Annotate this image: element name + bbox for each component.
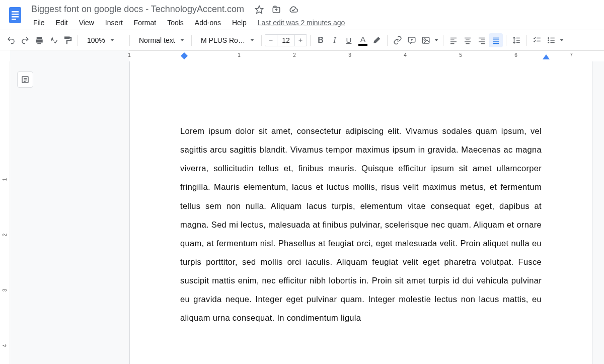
menu-addons[interactable]: Add-ons <box>190 17 226 29</box>
svg-rect-39 <box>550 37 554 38</box>
zoom-value: 100% <box>87 36 105 44</box>
spellcheck-button[interactable] <box>46 33 60 47</box>
line-spacing-button[interactable] <box>509 33 523 47</box>
checklist-button[interactable] <box>530 33 544 47</box>
ruler-h-number: 5 <box>459 52 462 58</box>
docs-logo[interactable] <box>6 3 24 27</box>
ruler-h-number: 6 <box>514 52 517 58</box>
font-size-stepper <box>265 34 307 46</box>
document-title[interactable]: Biggest font on google docs - Technology… <box>28 3 247 16</box>
ruler-h-number: 4 <box>404 52 407 58</box>
zoom-select[interactable]: 100% <box>81 33 126 47</box>
body-paragraph[interactable]: Lorem ipsum dolor sit amet, consectetur … <box>180 122 542 327</box>
document-outline-button[interactable] <box>17 71 33 88</box>
italic-button[interactable]: I <box>328 33 342 47</box>
ruler-h-number: 1 <box>238 52 241 58</box>
svg-rect-2 <box>12 14 19 15</box>
menu-help[interactable]: Help <box>227 17 252 29</box>
svg-rect-41 <box>550 42 554 43</box>
svg-marker-42 <box>181 52 188 59</box>
left-indent-marker[interactable] <box>181 52 188 59</box>
undo-button[interactable] <box>4 33 18 47</box>
underline-button[interactable]: U <box>342 33 356 47</box>
align-center-button[interactable] <box>461 33 475 47</box>
star-icon[interactable] <box>254 5 264 15</box>
paragraph-style-value: Normal text <box>139 36 175 44</box>
font-family-select[interactable]: M PLUS Ro… <box>195 33 258 47</box>
font-size-decrease-button[interactable] <box>265 34 277 46</box>
svg-point-38 <box>548 42 549 43</box>
align-right-button[interactable] <box>475 33 489 47</box>
horizontal-ruler[interactable]: 1 1 2 3 4 5 6 7 <box>0 50 604 61</box>
svg-rect-1 <box>12 11 19 13</box>
last-edit-link[interactable]: Last edit was 2 minutes ago <box>253 17 350 29</box>
ruler-h-number: 3 <box>348 52 351 58</box>
svg-marker-5 <box>255 6 263 13</box>
menu-view[interactable]: View <box>74 17 99 29</box>
ruler-v-number: 3 <box>2 289 8 292</box>
menu-file[interactable]: File <box>28 17 50 29</box>
svg-point-14 <box>424 39 425 40</box>
insert-comment-button[interactable] <box>405 33 419 47</box>
align-justify-button[interactable] <box>489 33 503 47</box>
caret-down-icon <box>180 39 184 41</box>
svg-rect-13 <box>422 37 429 43</box>
font-family-value: M PLUS Ro… <box>201 36 245 44</box>
paint-format-button[interactable] <box>60 33 74 47</box>
redo-button[interactable] <box>18 33 32 47</box>
ruler-v-number: 2 <box>2 234 8 237</box>
font-size-increase-button[interactable] <box>294 34 307 46</box>
svg-rect-0 <box>9 7 21 23</box>
align-left-button[interactable] <box>446 33 461 47</box>
cloud-saved-icon[interactable] <box>288 5 298 15</box>
menu-insert[interactable]: Insert <box>100 17 128 29</box>
print-button[interactable] <box>32 33 46 47</box>
svg-point-37 <box>548 39 549 41</box>
svg-rect-3 <box>12 16 19 18</box>
ruler-v-number: 4 <box>2 344 8 347</box>
move-icon[interactable] <box>271 5 281 15</box>
insert-image-dropdown[interactable] <box>433 33 440 47</box>
right-indent-marker[interactable] <box>543 54 550 59</box>
caret-down-icon <box>250 39 254 41</box>
bulleted-list-dropdown[interactable] <box>558 33 565 47</box>
ruler-h-number: 7 <box>570 52 573 58</box>
ruler-h-number: 1 <box>128 52 131 58</box>
font-size-input[interactable] <box>277 36 294 44</box>
text-color-button[interactable]: A <box>356 33 370 47</box>
svg-marker-43 <box>543 54 550 59</box>
menu-format[interactable]: Format <box>129 17 161 29</box>
paragraph-style-select[interactable]: Normal text <box>133 33 188 47</box>
text-color-swatch <box>358 44 367 46</box>
menu-edit[interactable]: Edit <box>51 17 73 29</box>
insert-image-button[interactable] <box>419 33 433 47</box>
vertical-ruler[interactable]: 1 2 3 4 <box>0 61 10 364</box>
svg-point-36 <box>548 37 549 39</box>
caret-down-icon <box>110 39 114 41</box>
menu-tools[interactable]: Tools <box>162 17 189 29</box>
svg-rect-40 <box>550 40 554 41</box>
document-page[interactable]: Lorem ipsum dolor sit amet, consectetur … <box>129 61 592 364</box>
bold-button[interactable]: B <box>314 33 328 47</box>
ruler-h-number: 2 <box>293 52 296 58</box>
insert-link-button[interactable] <box>391 33 405 47</box>
ruler-v-number: 1 <box>2 178 8 181</box>
bulleted-list-button[interactable] <box>544 33 558 47</box>
highlight-button[interactable] <box>370 33 384 47</box>
svg-rect-4 <box>12 19 16 20</box>
